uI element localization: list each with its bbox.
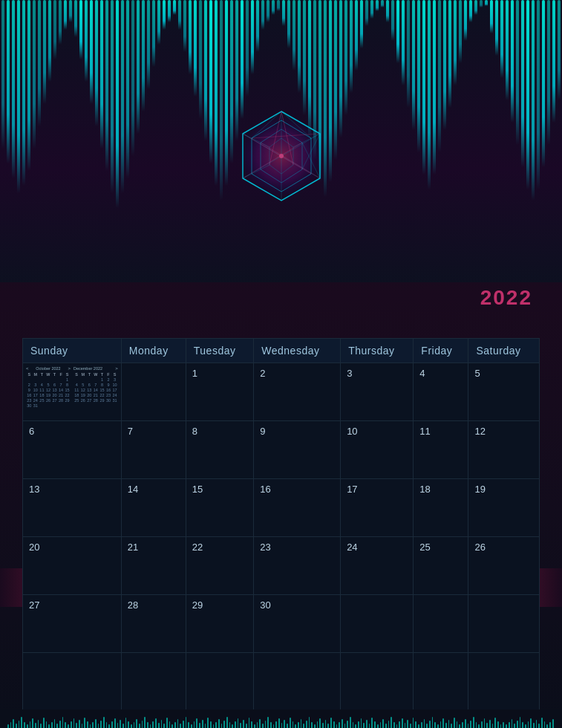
calendar-cell: 1 (186, 363, 254, 421)
calendar-cell: 24 (341, 537, 414, 595)
calendar-cell: 11 (414, 421, 468, 479)
col-thursday: Thursday (341, 339, 414, 363)
calendar-week-row: 20212223242526 (23, 537, 540, 595)
col-saturday: Saturday (468, 339, 540, 363)
calendar-cell: 16 (254, 479, 341, 537)
calendar-cell (468, 653, 540, 711)
calendar-cell: 10 (341, 421, 414, 479)
calendar-cell: 7 (121, 421, 186, 479)
calendar-cell: 23 (254, 537, 341, 595)
calendar-cell: 26 (468, 537, 540, 595)
calendar-cell (186, 653, 254, 711)
calendar-cell: 28 (121, 595, 186, 653)
calendar-cell (121, 363, 186, 421)
svg-point-23 (279, 154, 284, 158)
calendar-cell: 14 (121, 479, 186, 537)
calendar-cell: 25 (414, 537, 468, 595)
calendar-week-row (23, 653, 540, 711)
calendar-cell: 17 (341, 479, 414, 537)
calendar-week-row: 27282930 (23, 595, 540, 653)
calendar-week-row: 6789101112 (23, 421, 540, 479)
calendar-cell: 21 (121, 537, 186, 595)
calendar-section: Sunday Monday Tuesday Wednesday Thursday… (22, 338, 540, 706)
calendar-cell: 6 (23, 421, 122, 479)
equalizer-bars-bottom (0, 709, 562, 728)
calendar-cell: 9 (254, 421, 341, 479)
calendar-cell: 30 (254, 595, 341, 653)
col-wednesday: Wednesday (254, 339, 341, 363)
page: 2022 November Sunday Monday Tuesday Wedn… (0, 0, 562, 728)
calendar-cell: 4 (414, 363, 468, 421)
calendar-cell: 29 (186, 595, 254, 653)
year-label: 2022 (480, 286, 532, 310)
calendar-cell: 18 (414, 479, 468, 537)
col-tuesday: Tuesday (186, 339, 254, 363)
calendar-cell: 22 (186, 537, 254, 595)
calendar-cell: 12 (468, 421, 540, 479)
calendar-header-row: Sunday Monday Tuesday Wednesday Thursday… (23, 339, 540, 363)
calendar-cell: <October 2022>SMTWTFS1234567891011121314… (23, 363, 122, 421)
top-decorative-section (0, 0, 562, 282)
calendar-cell (23, 653, 122, 711)
calendar-cell: 8 (186, 421, 254, 479)
calendar-cell: 13 (23, 479, 122, 537)
col-friday: Friday (414, 339, 468, 363)
calendar-cell: 2 (254, 363, 341, 421)
calendar-cell (414, 653, 468, 711)
calendar-cell: 5 (468, 363, 540, 421)
calendar-cell (254, 653, 341, 711)
calendar-week-row: <October 2022>SMTWTFS1234567891011121314… (23, 363, 540, 421)
calendar-cell: 19 (468, 479, 540, 537)
calendar-cell: 20 (23, 537, 122, 595)
calendar-cell: 27 (23, 595, 122, 653)
calendar-cell (341, 595, 414, 653)
calendar-cell: 15 (186, 479, 254, 537)
calendar-cell: 3 (341, 363, 414, 421)
calendar-cell (341, 653, 414, 711)
col-sunday: Sunday (23, 339, 122, 363)
hex-shape (222, 97, 341, 215)
calendar-cell (414, 595, 468, 653)
calendar-table: Sunday Monday Tuesday Wednesday Thursday… (22, 338, 540, 711)
calendar-week-row: 13141516171819 (23, 479, 540, 537)
calendar-cell (121, 653, 186, 711)
calendar-cell (468, 595, 540, 653)
col-monday: Monday (121, 339, 186, 363)
